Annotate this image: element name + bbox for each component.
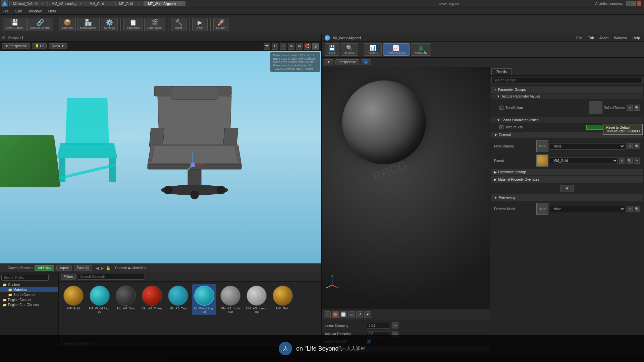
- menu-help[interactable]: Help: [47, 8, 57, 14]
- sidebar-item-startercontent[interactable]: 📁 StarterContent: [0, 292, 58, 297]
- parent-dropdown[interactable]: MM_Gold: [550, 158, 618, 164]
- cinematics-button[interactable]: 🎬 Cinematics: [144, 18, 165, 31]
- me-menu-edit[interactable]: Edit: [586, 35, 595, 41]
- parent-edit-btn[interactable]: ✏: [634, 158, 640, 164]
- phys-reset-btn[interactable]: ↺: [627, 143, 633, 149]
- material-overrides-header[interactable]: ▶ Material Property Overrides: [491, 176, 643, 183]
- me-render-mode[interactable]: 🔵: [361, 59, 371, 65]
- minimize-button[interactable]: —: [626, 1, 631, 6]
- parent-browse-btn[interactable]: 🔍: [627, 158, 633, 164]
- sidebar-item-content[interactable]: 📁 Content: [0, 282, 58, 287]
- tab-close-icon[interactable]: ✕: [179, 2, 182, 5]
- menu-edit[interactable]: Edit: [14, 8, 23, 14]
- build-button[interactable]: 🔨 Build: [171, 18, 186, 31]
- preview-reset-btn[interactable]: ↺: [356, 311, 363, 318]
- material-mmas-learning[interactable]: MM_AS_ Learning: [245, 284, 269, 315]
- settings-button[interactable]: ⚙️ Settings: [101, 18, 118, 31]
- tab-minimal-default[interactable]: Minimal_Default* ✕: [9, 1, 48, 6]
- phys-material-dropdown[interactable]: None: [550, 143, 625, 149]
- filters-button[interactable]: Filters: [61, 274, 76, 280]
- rotate-icon-button[interactable]: ↻: [272, 43, 278, 50]
- me-params-button[interactable]: 📊 Params: [364, 43, 382, 56]
- parent-reset-btn[interactable]: ↺: [619, 158, 625, 164]
- search-materials-input[interactable]: [78, 274, 145, 280]
- show-button[interactable]: Show ▼: [49, 43, 67, 49]
- lightmass-header[interactable]: ▶ Lightmass Settings: [491, 169, 643, 175]
- previewing-header[interactable]: ▼ Previewing: [491, 194, 643, 201]
- me-tab-details[interactable]: Details: [491, 68, 512, 75]
- me-save-button[interactable]: 💾 Save: [325, 43, 339, 56]
- sidebar-item-engine-content[interactable]: 📁 Engine Content: [0, 297, 58, 302]
- menu-file[interactable]: File: [1, 8, 10, 14]
- material-mlas-two[interactable]: ML_AS_Two: [166, 284, 190, 315]
- lit-button[interactable]: 💡 Lit: [32, 43, 47, 49]
- base-colour-checkbox[interactable]: [499, 106, 503, 110]
- material-mmgold[interactable]: MM_Gold: [271, 284, 295, 315]
- material-mmas-instance[interactable]: MM_AS_ Instance: [218, 284, 243, 315]
- tab-mf-gold[interactable]: MF_Gold+ ✕: [115, 1, 144, 6]
- me-menu-help[interactable]: Help: [631, 35, 641, 41]
- me-browse-button[interactable]: 🔍 Browse: [341, 43, 358, 56]
- collapse-button[interactable]: ▼: [560, 185, 574, 192]
- scalar-param-subheader[interactable]: ▼ Scalar Parameter Values: [491, 117, 643, 123]
- preview-selected-btn[interactable]: 🟤: [332, 311, 339, 318]
- me-platform-stats-button[interactable]: 📈 Platform Stats: [383, 43, 410, 56]
- preview-mesh-dropdown[interactable]: None: [550, 206, 625, 212]
- material-mi-worldaligned[interactable]: MI_World Aligned: [192, 284, 216, 315]
- play-button[interactable]: ▶ Play: [192, 18, 208, 31]
- add-new-button[interactable]: Add New: [35, 265, 54, 271]
- linear-damping-reset[interactable]: ↺: [392, 322, 398, 328]
- preview-cylinder-btn[interactable]: ⬜: [340, 311, 347, 318]
- me-view-dropdown[interactable]: ▼: [324, 59, 333, 65]
- material-mlas-three[interactable]: ML_AS_Three: [140, 284, 164, 315]
- import-button[interactable]: Import: [56, 265, 72, 271]
- launch-button[interactable]: 🚀 Launch: [213, 18, 229, 31]
- move-icon-button[interactable]: ⊕: [288, 43, 294, 50]
- preview-mesh-reset-btn[interactable]: ↺: [627, 206, 633, 212]
- grid-icon-button[interactable]: ⊞: [296, 43, 303, 50]
- me-menu-window[interactable]: Window: [612, 35, 628, 41]
- search-paths-input[interactable]: [1, 275, 49, 281]
- me-perspective-button[interactable]: Perspective: [335, 59, 359, 65]
- marketplace-button[interactable]: 🏪 Marketplace: [77, 18, 100, 31]
- me-menu-asset[interactable]: Asset: [598, 35, 610, 41]
- close-button[interactable]: ✕: [637, 1, 641, 6]
- me-menu-file[interactable]: File: [575, 35, 584, 41]
- linear-damping-input[interactable]: [367, 323, 390, 328]
- snap-icon-button[interactable]: 🧲: [304, 43, 311, 50]
- sidebar-item-materials[interactable]: 📁 Materials: [0, 287, 58, 292]
- texture-size-input[interactable]: [586, 125, 632, 130]
- texture-size-checkbox[interactable]: ✓: [499, 125, 503, 129]
- save-current-button[interactable]: 💾 Save Current: [3, 18, 26, 31]
- viewport-canvas[interactable]: RRCG RRCG Base pass shader 127 instruct …: [0, 51, 321, 263]
- details-search-input[interactable]: [491, 77, 643, 83]
- camera-icon-button[interactable]: 📷: [264, 43, 270, 50]
- sidebar-item-engine-cpp[interactable]: 📁 Engine C++ Classes: [0, 302, 58, 307]
- maximize-button[interactable]: □: [631, 1, 636, 6]
- tab-close-icon[interactable]: ✕: [138, 2, 140, 5]
- menu-window[interactable]: Window: [27, 8, 43, 14]
- param-groups-header[interactable]: ▼ Parameter Groups: [491, 86, 643, 93]
- scale-icon-button[interactable]: ⤢: [280, 43, 286, 50]
- tab-mm-aslearning[interactable]: MM_ASLearning ✕: [48, 1, 86, 6]
- me-viewport[interactable]: Z X Y RRCG: [322, 67, 490, 309]
- preview-sphere-btn[interactable]: ⚫: [324, 311, 331, 318]
- preview-light-btn[interactable]: ☀: [364, 311, 371, 318]
- tab-close-icon[interactable]: ✕: [41, 2, 44, 5]
- material-mf-worldaligned[interactable]: MF_World Aligned: [88, 284, 112, 315]
- material-mf-gold[interactable]: MF_Gold: [61, 284, 86, 315]
- texture-size-reset-btn[interactable]: ▶: [634, 125, 640, 130]
- content-button[interactable]: 📦 Content: [59, 18, 76, 31]
- phys-browse-btn[interactable]: 🔍: [634, 143, 640, 149]
- save-all-button[interactable]: Save All: [74, 265, 92, 271]
- tab-close-icon[interactable]: ✕: [79, 2, 82, 5]
- preview-mesh-browse-btn[interactable]: 🔍: [634, 206, 640, 212]
- blueprints-button[interactable]: 📋 Blueprints: [123, 18, 143, 31]
- tab-mm-gold[interactable]: MM_Gold+ ✕: [86, 1, 115, 6]
- source-control-button[interactable]: 🔗 Source Control: [27, 18, 53, 31]
- perspective-button[interactable]: ▼ Perspective: [2, 43, 30, 49]
- texture-clear-btn[interactable]: 🔍: [634, 105, 640, 111]
- preview-plane-btn[interactable]: ▭: [348, 311, 355, 318]
- tab-close-icon[interactable]: ✕: [109, 2, 111, 5]
- me-hierarchy-button[interactable]: 🌲 Hierarchy: [411, 43, 431, 56]
